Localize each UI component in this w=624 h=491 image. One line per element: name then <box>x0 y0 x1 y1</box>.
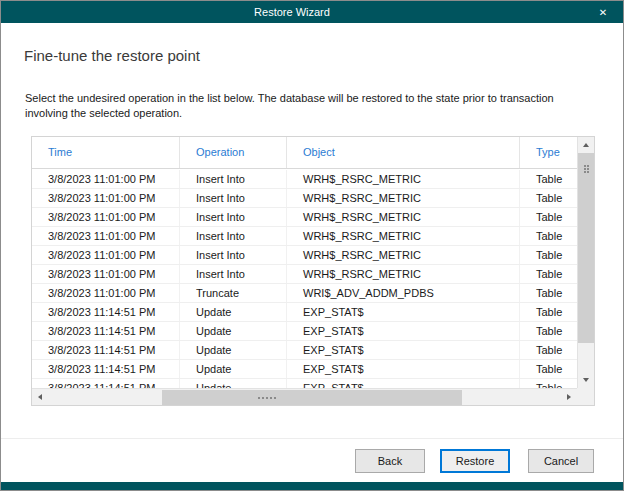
page-description: Select the undesired operation in the li… <box>25 91 554 121</box>
titlebar: Restore Wizard ✕ <box>1 1 623 23</box>
description-line-2: involving the selected operation. <box>25 107 182 119</box>
cell-time: 3/8/2023 11:01:00 PM <box>32 265 180 283</box>
back-button[interactable]: Back <box>355 449 425 473</box>
scroll-left-icon[interactable] <box>32 389 48 405</box>
cell-operation: Update <box>180 360 287 378</box>
cell-operation: Update <box>180 303 287 321</box>
table-row[interactable]: 3/8/2023 11:01:00 PM Insert Into WRH$_RS… <box>32 189 577 208</box>
column-header-type[interactable]: Type <box>520 137 577 168</box>
cell-operation: Insert Into <box>180 246 287 264</box>
window-bottom-accent <box>1 482 623 490</box>
cell-time: 3/8/2023 11:01:00 PM <box>32 189 180 207</box>
cell-object: EXP_STAT$ <box>287 322 520 340</box>
cell-time: 3/8/2023 11:01:00 PM <box>32 227 180 245</box>
table-row[interactable]: 3/8/2023 11:14:51 PM Update EXP_STAT$ Ta… <box>32 379 577 388</box>
table-row[interactable]: 3/8/2023 11:14:51 PM Update EXP_STAT$ Ta… <box>32 322 577 341</box>
cell-type: Table <box>520 246 577 264</box>
cell-time: 3/8/2023 11:14:51 PM <box>32 341 180 359</box>
cell-operation: Update <box>180 322 287 340</box>
column-header-object[interactable]: Object <box>287 137 520 168</box>
cell-object: EXP_STAT$ <box>287 379 520 388</box>
scroll-up-icon[interactable] <box>578 137 594 153</box>
cell-operation: Insert Into <box>180 189 287 207</box>
column-header-operation[interactable]: Operation <box>180 137 287 168</box>
horizontal-scrollbar[interactable] <box>32 388 577 405</box>
cell-object: EXP_STAT$ <box>287 360 520 378</box>
cell-time: 3/8/2023 11:14:51 PM <box>32 322 180 340</box>
description-line-1: Select the undesired operation in the li… <box>25 92 554 104</box>
table-row[interactable]: 3/8/2023 11:01:00 PM Truncate WRI$_ADV_A… <box>32 284 577 303</box>
cell-time: 3/8/2023 11:01:00 PM <box>32 170 180 188</box>
cell-type: Table <box>520 265 577 283</box>
cell-type: Table <box>520 208 577 226</box>
cell-object: WRH$_RSRC_METRIC <box>287 265 520 283</box>
cell-time: 3/8/2023 11:14:51 PM <box>32 379 180 388</box>
cell-operation: Update <box>180 341 287 359</box>
cell-object: EXP_STAT$ <box>287 303 520 321</box>
cell-operation: Insert Into <box>180 227 287 245</box>
table-row[interactable]: 3/8/2023 11:01:00 PM Insert Into WRH$_RS… <box>32 227 577 246</box>
scrollbar-corner <box>577 388 594 405</box>
cell-object: WRH$_RSRC_METRIC <box>287 246 520 264</box>
horizontal-scroll-thumb[interactable] <box>162 390 462 405</box>
vertical-scrollbar[interactable] <box>577 137 594 388</box>
cell-object: EXP_STAT$ <box>287 341 520 359</box>
cell-type: Table <box>520 379 577 388</box>
column-header-time[interactable]: Time <box>32 137 180 168</box>
cell-time: 3/8/2023 11:01:00 PM <box>32 246 180 264</box>
table-header-row: Time Operation Object Type <box>32 137 577 169</box>
cell-type: Table <box>520 189 577 207</box>
cell-time: 3/8/2023 11:01:00 PM <box>32 208 180 226</box>
cell-object: WRH$_RSRC_METRIC <box>287 208 520 226</box>
cancel-button[interactable]: Cancel <box>528 449 594 473</box>
table-row[interactable]: 3/8/2023 11:01:00 PM Insert Into WRH$_RS… <box>32 246 577 265</box>
cell-object: WRH$_RSRC_METRIC <box>287 189 520 207</box>
cell-time: 3/8/2023 11:14:51 PM <box>32 360 180 378</box>
close-icon[interactable]: ✕ <box>583 1 623 23</box>
table-row[interactable]: 3/8/2023 11:14:51 PM Update EXP_STAT$ Ta… <box>32 360 577 379</box>
cell-type: Table <box>520 341 577 359</box>
table-body: 3/8/2023 11:01:00 PM Insert Into WRH$_RS… <box>32 170 577 388</box>
table-row[interactable]: 3/8/2023 11:01:00 PM Insert Into WRH$_RS… <box>32 208 577 227</box>
cell-type: Table <box>520 303 577 321</box>
cell-object: WRH$_RSRC_METRIC <box>287 227 520 245</box>
cell-type: Table <box>520 227 577 245</box>
cell-object: WRH$_RSRC_METRIC <box>287 170 520 188</box>
table-row[interactable]: 3/8/2023 11:14:51 PM Update EXP_STAT$ Ta… <box>32 341 577 360</box>
cell-operation: Truncate <box>180 284 287 302</box>
cell-type: Table <box>520 360 577 378</box>
wizard-content: Fine-tune the restore point Select the u… <box>1 23 623 482</box>
restore-button[interactable]: Restore <box>440 449 510 473</box>
scroll-down-icon[interactable] <box>578 372 594 388</box>
cell-object: WRI$_ADV_ADDM_PDBS <box>287 284 520 302</box>
table-row[interactable]: 3/8/2023 11:01:00 PM Insert Into WRH$_RS… <box>32 265 577 284</box>
scroll-right-icon[interactable] <box>561 389 577 405</box>
cell-type: Table <box>520 170 577 188</box>
page-title: Fine-tune the restore point <box>24 47 200 64</box>
cell-operation: Insert Into <box>180 208 287 226</box>
table-row[interactable]: 3/8/2023 11:01:00 PM Insert Into WRH$_RS… <box>32 170 577 189</box>
restore-wizard-window: Restore Wizard ✕ Fine-tune the restore p… <box>0 0 624 491</box>
cell-type: Table <box>520 284 577 302</box>
vertical-scroll-thumb[interactable] <box>578 153 594 343</box>
cell-operation: Update <box>180 379 287 388</box>
window-title: Restore Wizard <box>1 6 583 18</box>
cell-type: Table <box>520 322 577 340</box>
table-row[interactable]: 3/8/2023 11:14:51 PM Update EXP_STAT$ Ta… <box>32 303 577 322</box>
grip-icon <box>258 397 260 399</box>
cell-operation: Insert Into <box>180 170 287 188</box>
grip-icon <box>584 165 586 167</box>
cell-time: 3/8/2023 11:01:00 PM <box>32 284 180 302</box>
operations-table: Time Operation Object Type 3/8/2023 11:0… <box>31 136 595 406</box>
cell-time: 3/8/2023 11:14:51 PM <box>32 303 180 321</box>
footer-bar: Back Restore Cancel <box>1 438 623 482</box>
cell-operation: Insert Into <box>180 265 287 283</box>
